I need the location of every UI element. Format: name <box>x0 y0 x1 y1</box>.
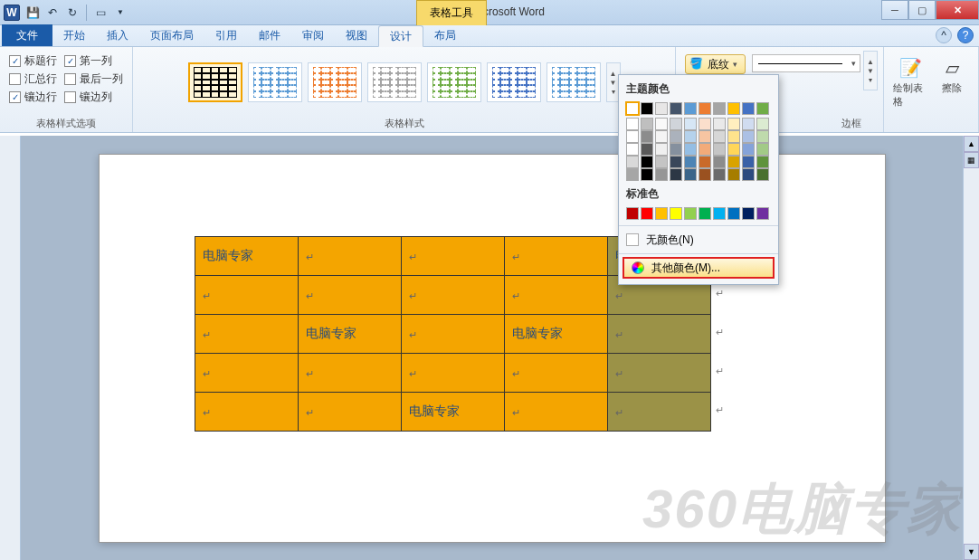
color-swatch[interactable] <box>699 118 711 130</box>
color-swatch[interactable] <box>699 102 711 115</box>
ruler-vertical[interactable] <box>0 136 21 560</box>
maximize-button[interactable]: ▢ <box>908 0 936 20</box>
qat-dropdown-icon[interactable]: ▼ <box>111 4 129 22</box>
color-swatch[interactable] <box>699 143 711 156</box>
tab-review[interactable]: 审阅 <box>291 24 335 46</box>
color-swatch[interactable] <box>626 143 639 156</box>
color-swatch[interactable] <box>699 168 711 181</box>
table-cell[interactable]: 电脑专家 <box>401 393 504 432</box>
color-swatch[interactable] <box>655 130 668 143</box>
style-thumb[interactable] <box>427 62 481 102</box>
table-cell[interactable]: ↵↵ <box>607 354 710 393</box>
table-cell[interactable]: ↵ <box>195 315 298 354</box>
color-swatch[interactable] <box>626 207 639 220</box>
color-swatch[interactable] <box>727 102 740 115</box>
color-swatch[interactable] <box>670 118 682 130</box>
color-swatch[interactable] <box>713 130 726 143</box>
color-swatch[interactable] <box>742 102 755 115</box>
eraser-button[interactable]: ▱ 擦除 <box>935 54 969 113</box>
color-swatch[interactable] <box>699 130 711 143</box>
color-swatch[interactable] <box>742 118 755 130</box>
color-swatch[interactable] <box>684 143 697 156</box>
style-thumb[interactable] <box>547 62 601 102</box>
color-swatch[interactable] <box>670 156 682 168</box>
color-swatch[interactable] <box>756 130 769 143</box>
color-swatch[interactable] <box>626 118 639 130</box>
help-icon[interactable]: ? <box>957 27 974 43</box>
color-swatch[interactable] <box>626 130 639 143</box>
table-cell[interactable]: ↵ <box>195 393 298 432</box>
table-cell[interactable]: ↵ <box>298 276 401 315</box>
table-cell[interactable]: 电脑专家 <box>504 315 607 354</box>
color-swatch[interactable] <box>684 168 697 181</box>
table-cell[interactable]: ↵ <box>298 354 401 393</box>
color-swatch[interactable] <box>655 118 668 130</box>
color-swatch[interactable] <box>670 168 682 181</box>
close-button[interactable]: ✕ <box>936 0 979 20</box>
color-swatch[interactable] <box>626 102 639 115</box>
color-swatch[interactable] <box>684 207 697 220</box>
color-swatch[interactable] <box>713 118 726 130</box>
color-swatch[interactable] <box>727 207 740 220</box>
scroll-tool-icon[interactable]: ▦ <box>964 152 979 168</box>
color-swatch[interactable] <box>756 207 769 220</box>
tab-file[interactable]: 文件 <box>2 24 52 46</box>
check-header-row[interactable]: ✓标题行 <box>9 53 57 69</box>
color-swatch[interactable] <box>655 143 668 156</box>
check-banded-rows[interactable]: ✓镶边行 <box>9 90 57 105</box>
tab-layout[interactable]: 页面布局 <box>139 24 204 46</box>
color-swatch[interactable] <box>756 102 769 115</box>
color-swatch[interactable] <box>684 130 697 143</box>
color-swatch[interactable] <box>699 207 711 220</box>
draw-table-button[interactable]: 📝 绘制表格 <box>893 54 927 113</box>
color-swatch[interactable] <box>641 207 653 220</box>
style-thumb[interactable] <box>188 62 242 102</box>
table-cell[interactable]: ↵ <box>195 354 298 393</box>
color-swatch[interactable] <box>742 168 755 181</box>
check-total-row[interactable]: 汇总行 <box>9 71 57 87</box>
color-swatch[interactable] <box>641 143 653 156</box>
color-swatch[interactable] <box>670 102 682 115</box>
table-cell[interactable]: ↵ <box>298 393 401 432</box>
color-swatch[interactable] <box>655 207 668 220</box>
style-thumb[interactable] <box>248 62 302 102</box>
tab-view[interactable]: 视图 <box>335 24 378 46</box>
more-colors-option[interactable]: 其他颜色(M)... <box>623 257 775 279</box>
color-swatch[interactable] <box>641 102 653 115</box>
color-swatch[interactable] <box>713 207 726 220</box>
color-swatch[interactable] <box>670 130 682 143</box>
tab-insert[interactable]: 插入 <box>96 24 139 46</box>
shading-button[interactable]: 🪣 底纹 ▾ <box>685 54 746 74</box>
color-swatch[interactable] <box>727 156 740 168</box>
table-cell[interactable]: ↵ <box>504 354 607 393</box>
color-swatch[interactable] <box>641 168 653 181</box>
tab-home[interactable]: 开始 <box>52 24 96 46</box>
color-swatch[interactable] <box>727 143 740 156</box>
redo-icon[interactable]: ↻ <box>63 4 81 22</box>
table-style-gallery[interactable]: ▲▼▾ <box>185 51 624 114</box>
save-icon[interactable]: 💾 <box>24 4 42 22</box>
color-swatch[interactable] <box>684 118 697 130</box>
no-color-option[interactable]: 无颜色(N) <box>619 229 778 251</box>
border-gallery-more[interactable]: ▲▼▾ <box>863 51 878 90</box>
minimize-button[interactable]: ─ <box>881 0 908 20</box>
table-cell[interactable]: ↵↵ <box>607 315 710 354</box>
color-swatch[interactable] <box>641 118 653 130</box>
table-cell[interactable]: ↵ <box>504 276 607 315</box>
color-swatch[interactable] <box>742 207 755 220</box>
check-banded-columns[interactable]: 镶边列 <box>64 90 123 105</box>
color-swatch[interactable] <box>684 102 697 115</box>
color-swatch[interactable] <box>756 168 769 181</box>
doc-icon[interactable]: ▭ <box>91 4 109 22</box>
color-swatch[interactable] <box>626 156 639 168</box>
table-cell[interactable]: ↵ <box>401 276 504 315</box>
color-swatch[interactable] <box>727 130 740 143</box>
table-cell[interactable]: 电脑专家 <box>298 315 401 354</box>
table-cell[interactable]: ↵ <box>298 237 401 276</box>
scrollbar-vertical[interactable]: ▲ ▦ ▼ <box>963 136 979 560</box>
color-swatch[interactable] <box>655 168 668 181</box>
color-swatch[interactable] <box>756 156 769 168</box>
color-swatch[interactable] <box>713 143 726 156</box>
color-swatch[interactable] <box>670 207 682 220</box>
color-swatch[interactable] <box>655 102 668 115</box>
